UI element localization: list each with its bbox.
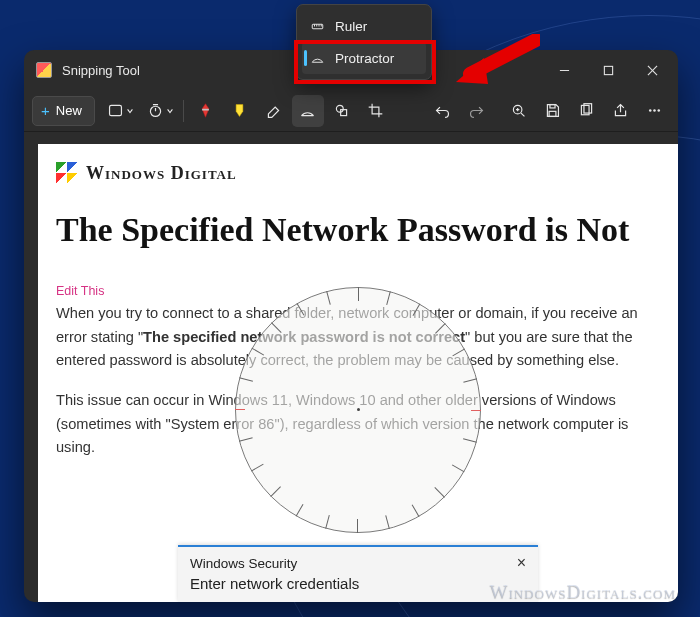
divider — [183, 100, 184, 122]
protractor-overlay[interactable] — [235, 287, 481, 533]
app-icon — [36, 62, 52, 78]
copy-button[interactable] — [570, 95, 602, 127]
undo-button[interactable] — [426, 95, 458, 127]
protractor-tick — [435, 323, 446, 334]
protractor-tick — [358, 287, 359, 301]
annotation-arrow — [450, 34, 540, 98]
protractor-tick — [386, 291, 391, 305]
protractor-tick — [471, 410, 481, 411]
svg-point-22 — [657, 109, 660, 112]
security-dialog-title: Windows Security — [190, 556, 297, 571]
protractor-tick — [434, 487, 445, 498]
new-button[interactable]: + New — [32, 96, 95, 126]
protractor-tick — [239, 377, 253, 382]
protractor-tick — [235, 409, 245, 410]
brand-text: Windows Digital — [86, 163, 237, 184]
protractor-tick — [463, 438, 477, 443]
protractor-tick — [296, 504, 304, 517]
svg-line-13 — [521, 113, 524, 116]
svg-point-20 — [648, 109, 651, 112]
svg-rect-17 — [549, 111, 556, 116]
svg-rect-1 — [604, 66, 612, 74]
protractor-tick — [326, 291, 331, 305]
more-button[interactable] — [638, 95, 670, 127]
shapes-button[interactable] — [326, 95, 358, 127]
protractor-tick — [271, 322, 282, 333]
crop-button[interactable] — [360, 95, 392, 127]
protractor-tick — [270, 486, 281, 497]
annotation-highlight — [294, 40, 436, 84]
protractor-center — [357, 408, 360, 411]
protractor-tick — [251, 463, 264, 471]
snipping-tool-window: Snipping Tool + New — [24, 50, 678, 602]
svg-rect-11 — [341, 110, 347, 116]
watermark: WindowsDigitals.com — [489, 581, 676, 603]
canvas[interactable]: Windows Digital The Specified Network Pa… — [38, 144, 678, 602]
brand-logo-icon — [56, 162, 78, 184]
protractor-tick — [412, 504, 420, 517]
svg-point-10 — [337, 105, 344, 112]
ruler-icon — [310, 19, 325, 34]
protractor-tick — [325, 515, 330, 529]
protractor-tick — [463, 378, 477, 383]
zoom-button[interactable] — [502, 95, 534, 127]
protractor-tick — [452, 348, 465, 356]
plus-icon: + — [41, 103, 50, 118]
redo-button[interactable] — [460, 95, 492, 127]
minimize-button[interactable] — [542, 55, 586, 85]
delay-button[interactable] — [145, 95, 177, 127]
dropdown-item-label: Ruler — [335, 19, 367, 34]
toolbar: + New — [24, 90, 678, 132]
svg-rect-16 — [549, 105, 554, 108]
protractor-tick — [413, 303, 421, 316]
security-dialog-close-icon[interactable]: × — [517, 554, 526, 572]
protractor-tick — [357, 519, 358, 533]
share-button[interactable] — [604, 95, 636, 127]
dropdown-item-ruler[interactable]: Ruler — [302, 10, 426, 42]
close-button[interactable] — [630, 55, 674, 85]
highlighter-button[interactable] — [224, 95, 256, 127]
eraser-button[interactable] — [258, 95, 290, 127]
new-button-label: New — [56, 103, 82, 118]
svg-rect-8 — [202, 109, 209, 111]
protractor-tick — [385, 515, 390, 529]
protractor-tick — [297, 303, 305, 316]
site-brand: Windows Digital — [56, 162, 660, 184]
svg-rect-4 — [110, 105, 122, 115]
protractor-tick — [452, 464, 465, 472]
protractor-tick — [251, 347, 264, 355]
pen-button[interactable] — [190, 95, 222, 127]
security-dialog-subtitle: Enter network credentials — [178, 575, 538, 602]
snip-mode-button[interactable] — [105, 95, 137, 127]
security-dialog: Windows Security × Enter network credent… — [178, 545, 538, 602]
maximize-button[interactable] — [586, 55, 630, 85]
ruler-protractor-button[interactable] — [292, 95, 324, 127]
svg-point-21 — [653, 109, 656, 112]
page-headline: The Specified Network Password is Not — [56, 210, 660, 250]
protractor-tick — [239, 437, 253, 442]
save-button[interactable] — [536, 95, 568, 127]
app-title: Snipping Tool — [62, 63, 140, 78]
